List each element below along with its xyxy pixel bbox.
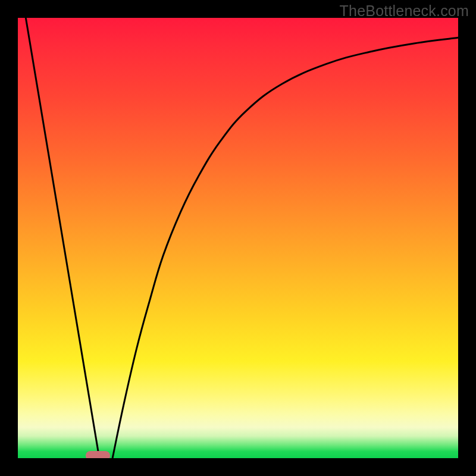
curve-layer xyxy=(18,18,458,458)
right-curve xyxy=(112,37,458,458)
chart-frame: TheBottleneck.com xyxy=(0,0,476,476)
bottleneck-marker xyxy=(86,451,110,458)
plot-area xyxy=(18,18,458,458)
left-line xyxy=(26,18,99,458)
watermark-text: TheBottleneck.com xyxy=(340,2,469,20)
